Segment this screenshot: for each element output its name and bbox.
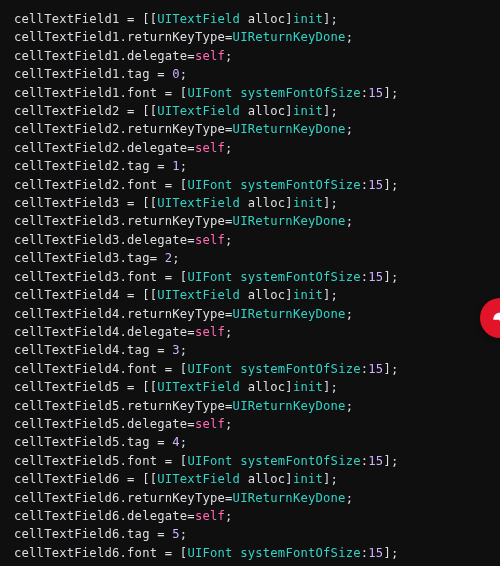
code-line: cellTextField5.tag = 4; bbox=[14, 435, 187, 449]
code-token: ]; bbox=[383, 454, 398, 468]
code-token: cellTextField5 = [[ bbox=[14, 380, 157, 394]
code-token: UIReturnKeyDone bbox=[233, 214, 346, 228]
code-token: 15 bbox=[368, 270, 383, 284]
code-line: cellTextField4.delegate=self; bbox=[14, 325, 233, 339]
code-token: systemFontOfSize bbox=[240, 270, 361, 284]
code-token: ; bbox=[225, 509, 233, 523]
code-line: cellTextField4.returnKeyType=UIReturnKey… bbox=[14, 307, 353, 321]
code-token: cellTextField2 = [[ bbox=[14, 104, 157, 118]
code-token: ; bbox=[225, 325, 233, 339]
code-token: UIReturnKeyDone bbox=[233, 307, 346, 321]
code-token: UITextField bbox=[157, 288, 240, 302]
code-token: ]; bbox=[383, 546, 398, 560]
code-token: cellTextField2.delegate= bbox=[14, 141, 195, 155]
code-token: cellTextField4.font = [ bbox=[14, 362, 187, 376]
code-token: cellTextField2.tag = bbox=[14, 159, 172, 173]
code-token: ; bbox=[225, 233, 233, 247]
code-line: cellTextField5.returnKeyType=UIReturnKey… bbox=[14, 399, 353, 413]
code-line: cellTextField6.font = [UIFont systemFont… bbox=[14, 546, 398, 560]
code-token: 15 bbox=[368, 362, 383, 376]
code-token: self bbox=[195, 325, 225, 339]
code-token: systemFontOfSize bbox=[240, 86, 361, 100]
code-line: cellTextField3 = [[UITextField alloc]ini… bbox=[14, 196, 338, 210]
code-token: ]; bbox=[383, 362, 398, 376]
code-line: cellTextField4.tag = 3; bbox=[14, 343, 187, 357]
code-token: systemFontOfSize bbox=[240, 178, 361, 192]
code-token: init bbox=[293, 12, 323, 26]
code-token: init bbox=[293, 288, 323, 302]
code-token: 15 bbox=[368, 86, 383, 100]
code-token: 1 bbox=[172, 159, 180, 173]
code-token: ]; bbox=[323, 196, 338, 210]
code-token: init bbox=[293, 380, 323, 394]
code-token: cellTextField4 = [[ bbox=[14, 288, 157, 302]
code-token: systemFontOfSize bbox=[240, 546, 361, 560]
source-code-block[interactable]: cellTextField1 = [[UITextField alloc]ini… bbox=[0, 0, 500, 566]
code-line: cellTextField6.delegate=self; bbox=[14, 509, 233, 523]
code-token: cellTextField6 = [[ bbox=[14, 472, 157, 486]
code-token: UITextField bbox=[157, 104, 240, 118]
code-token: self bbox=[195, 141, 225, 155]
code-line: cellTextField1 = [[UITextField alloc]ini… bbox=[14, 12, 338, 26]
code-token: UIReturnKeyDone bbox=[233, 399, 346, 413]
code-token: init bbox=[293, 104, 323, 118]
code-token: ]; bbox=[383, 86, 398, 100]
code-token: 5 bbox=[172, 527, 180, 541]
code-token: ]; bbox=[323, 472, 338, 486]
code-line: cellTextField5.font = [UIFont systemFont… bbox=[14, 454, 398, 468]
code-token: cellTextField1.returnKeyType= bbox=[14, 30, 233, 44]
code-token: ; bbox=[225, 49, 233, 63]
code-token: 15 bbox=[368, 178, 383, 192]
code-token: systemFontOfSize bbox=[240, 454, 361, 468]
code-token: ]; bbox=[323, 380, 338, 394]
code-token: cellTextField3.tag= bbox=[14, 251, 165, 265]
code-token: alloc] bbox=[240, 288, 293, 302]
code-token: ; bbox=[346, 399, 354, 413]
code-line: cellTextField6 = [[UITextField alloc]ini… bbox=[14, 472, 338, 486]
code-token: ; bbox=[180, 527, 188, 541]
code-token: cellTextField5.tag = bbox=[14, 435, 172, 449]
code-token: ; bbox=[346, 30, 354, 44]
code-token: self bbox=[195, 509, 225, 523]
code-token: ; bbox=[180, 159, 188, 173]
code-token: self bbox=[195, 49, 225, 63]
code-token: ; bbox=[346, 122, 354, 136]
code-token: ]; bbox=[383, 178, 398, 192]
code-token: UITextField bbox=[157, 380, 240, 394]
code-token: alloc] bbox=[240, 472, 293, 486]
code-token: cellTextField4.tag = bbox=[14, 343, 172, 357]
code-line: cellTextField2.tag = 1; bbox=[14, 159, 187, 173]
code-token: UIFont bbox=[187, 178, 232, 192]
code-line: cellTextField1.font = [UIFont systemFont… bbox=[14, 86, 398, 100]
code-token: UIReturnKeyDone bbox=[233, 30, 346, 44]
code-token: ]; bbox=[323, 288, 338, 302]
code-token: init bbox=[293, 472, 323, 486]
code-token: cellTextField4.delegate= bbox=[14, 325, 195, 339]
code-token: UIReturnKeyDone bbox=[233, 491, 346, 505]
code-line: cellTextField5 = [[UITextField alloc]ini… bbox=[14, 380, 338, 394]
code-line: cellTextField2.returnKeyType=UIReturnKey… bbox=[14, 122, 353, 136]
code-token: cellTextField4.returnKeyType= bbox=[14, 307, 233, 321]
code-line: cellTextField3.tag= 2; bbox=[14, 251, 180, 265]
code-token: UIFont bbox=[187, 454, 232, 468]
bird-icon bbox=[490, 308, 500, 328]
code-token: cellTextField3.delegate= bbox=[14, 233, 195, 247]
code-token: cellTextField1 = [[ bbox=[14, 12, 157, 26]
code-line: cellTextField4.font = [UIFont systemFont… bbox=[14, 362, 398, 376]
code-token: systemFontOfSize bbox=[240, 362, 361, 376]
code-line: cellTextField2.delegate=self; bbox=[14, 141, 233, 155]
code-token: UIReturnKeyDone bbox=[233, 122, 346, 136]
code-token: UIFont bbox=[187, 362, 232, 376]
code-token: alloc] bbox=[240, 380, 293, 394]
code-token: cellTextField2.font = [ bbox=[14, 178, 187, 192]
code-line: cellTextField5.delegate=self; bbox=[14, 417, 233, 431]
code-token: ]; bbox=[323, 104, 338, 118]
code-line: cellTextField1.delegate=self; bbox=[14, 49, 233, 63]
code-token: cellTextField5.delegate= bbox=[14, 417, 195, 431]
code-token: cellTextField1.delegate= bbox=[14, 49, 195, 63]
code-token: cellTextField5.returnKeyType= bbox=[14, 399, 233, 413]
code-token: ; bbox=[225, 141, 233, 155]
code-token: 3 bbox=[172, 343, 180, 357]
code-token: ; bbox=[346, 307, 354, 321]
code-line: cellTextField6.returnKeyType=UIReturnKey… bbox=[14, 491, 353, 505]
